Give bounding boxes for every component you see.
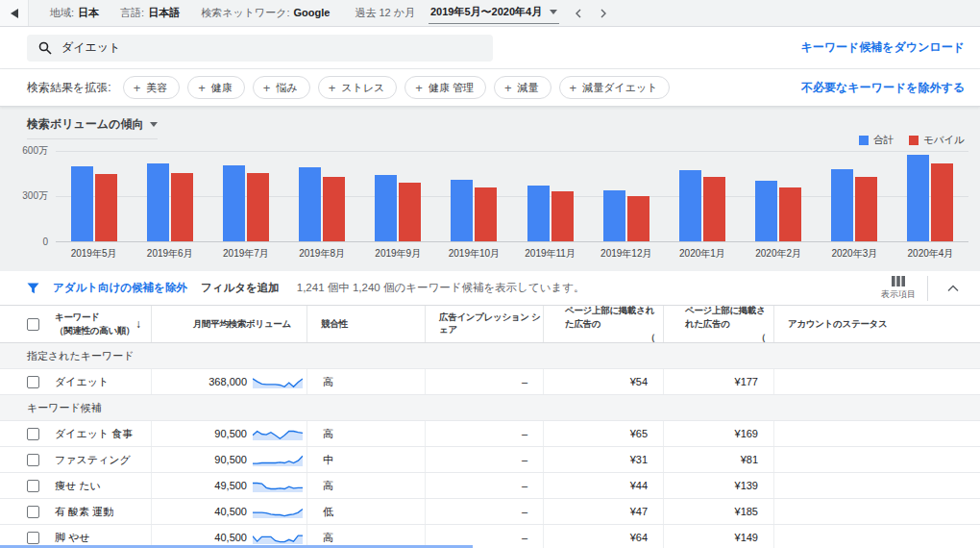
back-arrow-icon [11,9,18,18]
location-setting[interactable]: 地域:日本 [50,6,99,20]
legend-item[interactable]: モバイル [909,134,965,147]
keyword-text: ダイエット 食事 [55,427,133,441]
x-axis-label: 2020年1月 [679,247,725,261]
x-axis-label: 2020年4月 [908,247,954,261]
x-axis-label: 2019年12月 [600,247,651,261]
expand-keyword-chip[interactable]: +悩み [253,76,310,99]
header-keyword-line2: （関連性の高い順） [55,324,135,337]
row-checkbox[interactable] [27,428,39,440]
competition-cell: 高 [307,369,426,394]
legend-item[interactable]: 合計 [859,134,894,147]
location-label: 地域: [50,7,74,18]
search-icon [38,41,52,55]
competition-cell: 中 [307,447,426,472]
bid-low-cell: ¥47 [544,499,664,524]
location-value: 日本 [78,7,99,18]
chevron-right-icon [600,9,607,18]
search-input[interactable]: ダイエット [27,35,493,62]
bid-high-cell: ¥81 [664,447,774,472]
language-setting[interactable]: 言語:日本語 [120,6,180,20]
bar-total [451,180,473,241]
bar-group: 2020年3月 [817,151,893,241]
y-axis-tick: 600万 [22,144,48,158]
row-checkbox[interactable] [27,454,39,466]
table-row[interactable]: 痩せ たい49,500高–¥44¥139 [0,473,980,499]
header-top-of-page-bid-low[interactable]: ページ上部に掲載された広告の （ [544,306,664,342]
download-keywords-link[interactable]: キーワード候補をダウンロード [800,39,965,56]
bid-low-cell: ¥65 [544,421,664,446]
columns-button[interactable]: 表示項目 [881,276,916,301]
sparkline-chart [253,374,303,389]
previous-period-button[interactable] [575,9,582,18]
bar-pair [907,155,953,241]
sparkline-svg [253,530,303,545]
exclude-keywords-link[interactable]: 不必要なキーワードを除外する [801,80,965,96]
date-range-selector[interactable]: 2019年5月〜2020年4月 [429,2,559,24]
bar-pair [679,170,725,241]
keyword-text: ファスティング [55,453,131,467]
add-filter-button[interactable]: フィルタを追加 [201,281,280,295]
table-row[interactable]: ダイエット368,000高–¥54¥177 [0,369,980,395]
row-checkbox[interactable] [27,480,39,492]
keyword-text: 脚 やせ [55,531,90,545]
account-status-cell [774,473,980,498]
table-row[interactable]: ダイエット 食事90,500高–¥65¥169 [0,421,980,447]
language-label: 言語: [120,7,144,18]
chevron-up-icon [947,285,959,292]
header-top-of-page-bid-high[interactable]: ページ上部に掲載された広告の （ [664,306,774,342]
table-row[interactable]: 有 酸素 運動40,500低–¥47¥185 [0,499,980,525]
expand-keyword-chip[interactable]: +美容 [123,76,181,99]
legend-label: モバイル [923,134,965,147]
bar-mobile [95,174,117,241]
impression-share-cell: – [426,421,544,446]
bid-high-cell: ¥149 [664,525,774,548]
expand-keyword-chip[interactable]: +健康 管理 [404,76,486,99]
bar-mobile [931,163,953,241]
sparkline-chart [253,530,303,545]
expand-keyword-chip[interactable]: +減量ダイエット [559,76,671,99]
chip-label: 減量 [518,81,539,95]
keyword-cell: ダイエット [0,369,152,394]
chart-title-dropdown[interactable]: 検索ボリュームの傾向 [27,116,158,139]
row-checkbox[interactable] [27,532,39,544]
account-status-cell [774,421,980,446]
date-range-value: 2019年5月〜2020年4月 [430,5,542,19]
expand-keyword-chip[interactable]: +減量 [494,76,551,99]
bar-group: 2019年7月 [208,151,283,241]
bid-high-cell: ¥139 [664,473,774,498]
table-header-row: キーワード （関連性の高い順） ↓ 月間平均検索ボリューム 競合性 広告インプレ… [0,305,980,343]
chevron-down-icon [550,10,557,14]
keyword-text: 痩せ たい [55,479,101,493]
expand-chips: +美容+健康+悩み+ストレス+健康 管理+減量+減量ダイエット [123,76,671,99]
header-account-status[interactable]: アカウントのステータス [774,306,980,342]
chart-bars: 2019年5月2019年6月2019年7月2019年8月2019年9月2019年… [56,151,968,241]
bar-group: 2019年6月 [132,151,208,241]
exclude-adult-link[interactable]: アダルト向けの候補を除外 [53,281,187,295]
bar-pair [755,181,801,241]
header-monthly-volume[interactable]: 月間平均検索ボリューム [152,306,307,342]
expand-results-section: 検索結果を拡張: +美容+健康+悩み+ストレス+健康 管理+減量+減量ダイエット… [0,69,980,107]
y-axis-tick: 300万 [22,189,48,203]
header-ad-impression-share[interactable]: 広告インプレッション シェア [426,306,544,342]
bar-group: 2020年2月 [741,151,817,241]
chip-label: 美容 [146,81,167,95]
next-period-button[interactable] [600,9,607,18]
bar-group: 2019年12月 [588,151,664,241]
sparkline-chart [253,452,303,467]
collapse-button[interactable] [940,281,967,296]
chart-title: 検索ボリュームの傾向 [27,116,143,133]
expand-keyword-chip[interactable]: +ストレス [318,76,398,99]
header-competition[interactable]: 競合性 [307,306,426,342]
bar-mobile [399,183,421,241]
volume-cell: 90,500 [152,421,307,446]
back-button[interactable] [0,0,29,26]
row-checkbox[interactable] [27,376,39,388]
expand-keyword-chip[interactable]: +健康 [187,76,245,99]
header-keyword[interactable]: キーワード （関連性の高い順） ↓ [0,306,152,342]
table-row[interactable]: ファスティング90,500中–¥31¥81 [0,447,980,473]
bar-group: 2019年8月 [284,151,360,241]
select-all-checkbox[interactable] [27,318,39,331]
chip-label: 悩み [276,81,297,95]
row-checkbox[interactable] [27,506,39,518]
network-setting[interactable]: 検索ネットワーク:Google [201,6,330,20]
